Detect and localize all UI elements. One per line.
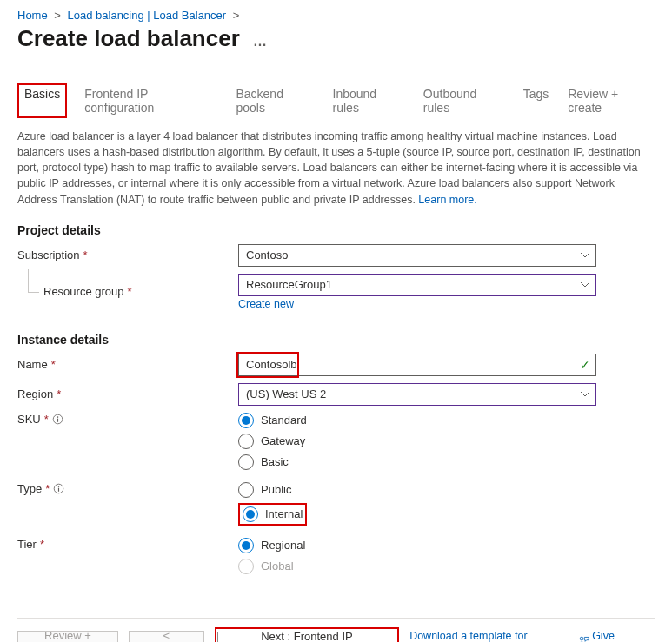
breadcrumb-sep: > <box>54 9 61 22</box>
type-public-radio[interactable]: Public <box>238 482 596 498</box>
learn-more-link[interactable]: Learn more. <box>418 194 476 206</box>
person-feedback-icon <box>578 635 589 642</box>
label-type: Type * <box>17 482 238 495</box>
required-icon: * <box>51 358 56 371</box>
region-value: (US) West US 2 <box>246 387 326 400</box>
required-icon: * <box>83 248 88 261</box>
required-icon: * <box>40 538 44 551</box>
highlight-internal-icon: Internal <box>238 503 307 526</box>
chevron-down-icon <box>580 389 590 400</box>
tab-outbound-rules[interactable]: Outbound rules <box>422 83 506 118</box>
label-type-text: Type <box>17 482 42 495</box>
label-tier-text: Tier <box>17 538 37 551</box>
type-radio-group: Public Internal <box>238 482 596 526</box>
tier-radio-group: Regional Global <box>238 538 596 574</box>
download-template-link[interactable]: Download a template for automation <box>409 630 569 642</box>
radio-icon <box>238 454 254 470</box>
label-resource-group: Resource group * <box>17 285 238 298</box>
label-tier: Tier * <box>17 538 238 551</box>
tier-regional-label: Regional <box>261 539 305 552</box>
tier-regional-radio[interactable]: Regional <box>238 538 596 553</box>
section-project-details: Project details <box>17 223 655 237</box>
tab-review-create[interactable]: Review + create <box>566 83 655 118</box>
region-select[interactable]: (US) West US 2 <box>238 383 596 406</box>
radio-icon <box>238 434 254 449</box>
footer-links: Download a template for automation Give … <box>409 630 655 642</box>
type-internal-radio[interactable]: Internal <box>243 506 303 522</box>
info-icon[interactable] <box>53 483 64 494</box>
chevron-down-icon <box>580 250 590 261</box>
create-new-rg-link[interactable]: Create new <box>238 298 294 310</box>
tab-tags[interactable]: Tags <box>522 83 551 118</box>
radio-icon <box>238 413 254 428</box>
type-internal-label: Internal <box>265 507 303 520</box>
sku-standard-label: Standard <box>261 414 307 427</box>
svg-point-1 <box>57 416 58 418</box>
name-value: Contosolb <box>246 358 297 371</box>
give-feedback-link[interactable]: Give feedback <box>578 630 655 642</box>
field-sku: SKU * Standard Gateway Basic <box>17 413 655 470</box>
section-instance-details: Instance details <box>17 333 655 347</box>
breadcrumb-loadbalancing[interactable]: Load balancing | Load Balancer <box>68 9 227 22</box>
tab-inbound-rules[interactable]: Inbound rules <box>331 83 406 118</box>
check-icon: ✓ <box>580 358 590 372</box>
more-actions-icon[interactable]: … <box>253 34 267 49</box>
required-icon: * <box>45 482 50 495</box>
subscription-select[interactable]: Contoso <box>238 244 596 267</box>
field-region: Region * (US) West US 2 <box>17 383 655 406</box>
required-icon: * <box>44 413 49 426</box>
field-type: Type * Public Internal <box>17 482 655 526</box>
resource-group-value: ResourceGroup1 <box>246 278 332 291</box>
breadcrumb-home[interactable]: Home <box>17 9 48 22</box>
info-icon[interactable] <box>52 414 63 425</box>
review-create-button[interactable]: Review + create <box>17 631 118 642</box>
resource-group-select[interactable]: ResourceGroup1 <box>238 274 596 296</box>
give-feedback-text: Give feedback <box>592 630 655 642</box>
required-icon: * <box>128 285 132 298</box>
sku-radio-group: Standard Gateway Basic <box>238 413 596 470</box>
sku-gateway-radio[interactable]: Gateway <box>238 434 596 449</box>
required-icon: * <box>57 387 61 400</box>
page-title: Create load balancer … <box>17 25 655 52</box>
page-title-text: Create load balancer <box>17 25 240 51</box>
tab-backend-pools[interactable]: Backend pools <box>234 83 315 118</box>
tier-global-label: Global <box>261 559 294 573</box>
field-resource-group: Resource group * ResourceGroup1 Create n… <box>17 274 655 310</box>
label-subscription: Subscription * <box>17 248 238 261</box>
wizard-tabs: Basics Frontend IP configuration Backend… <box>17 83 655 118</box>
label-sku-text: SKU <box>17 413 41 426</box>
label-name: Name * <box>17 358 238 371</box>
next-button[interactable]: Next : Frontend IP configuration > <box>217 632 396 642</box>
highlight-next-icon: Next : Frontend IP configuration > <box>215 627 399 642</box>
name-input[interactable]: Contosolb ✓ <box>238 354 596 376</box>
label-sku: SKU * <box>17 413 238 426</box>
description-text: Azure load balancer is a layer 4 load ba… <box>17 129 655 208</box>
description-body: Azure load balancer is a layer 4 load ba… <box>17 130 641 206</box>
subscription-value: Contoso <box>246 248 288 261</box>
field-tier: Tier * Regional Global <box>17 538 655 574</box>
svg-point-6 <box>580 637 583 640</box>
tier-global-radio: Global <box>238 559 596 574</box>
sku-standard-radio[interactable]: Standard <box>238 413 596 428</box>
type-public-label: Public <box>261 483 291 496</box>
sku-basic-label: Basic <box>261 455 289 468</box>
chevron-down-icon <box>580 280 590 290</box>
radio-icon <box>238 482 254 498</box>
field-subscription: Subscription * Contoso <box>17 244 655 267</box>
tab-basics[interactable]: Basics <box>17 83 67 118</box>
sku-gateway-label: Gateway <box>261 434 305 447</box>
label-region: Region * <box>17 387 238 400</box>
breadcrumb-sep: > <box>233 9 240 22</box>
breadcrumb: Home > Load balancing | Load Balancer > <box>17 9 655 22</box>
label-region-text: Region <box>17 387 53 400</box>
sku-basic-radio[interactable]: Basic <box>238 454 596 470</box>
field-name: Name * Contosolb ✓ <box>17 354 655 376</box>
previous-button[interactable]: < Previous <box>129 631 204 642</box>
svg-point-4 <box>58 486 60 487</box>
label-subscription-text: Subscription <box>17 248 80 261</box>
svg-rect-2 <box>57 418 58 421</box>
svg-rect-5 <box>58 487 59 491</box>
radio-icon <box>238 559 254 574</box>
tab-frontend-ip[interactable]: Frontend IP configuration <box>83 83 218 118</box>
label-name-text: Name <box>17 358 48 371</box>
